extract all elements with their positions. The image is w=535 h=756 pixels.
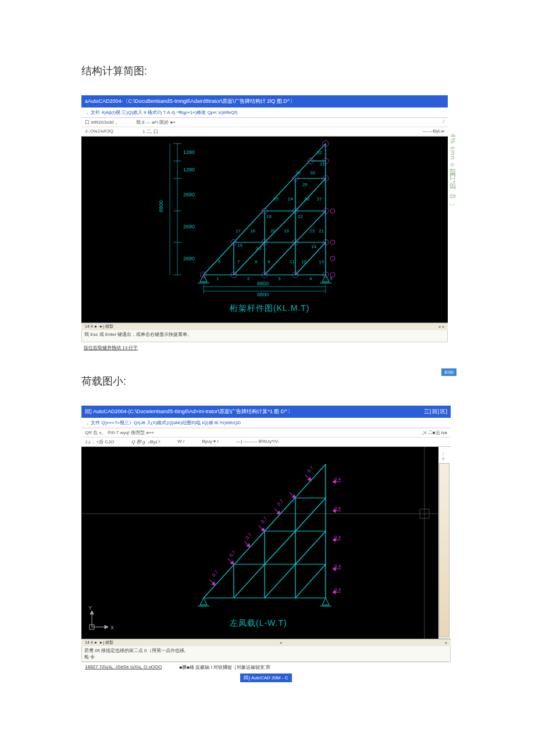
svg-text:27: 27: [317, 196, 322, 202]
svg-text:17: 17: [236, 228, 241, 234]
svg-text:X: X: [110, 625, 114, 630]
menu-bar-2[interactable]: ， 文件 Q)««<?>视三）QI)Jtt 入(X)格式(Q)IA¢)结图®)电…: [81, 418, 451, 428]
command-area-1[interactable]: 我 Esc 或 Enter 键退出，或单击右键显示快捷菜单。: [81, 330, 448, 342]
svg-text:2: 2: [247, 276, 250, 281]
svg-text:0.4: 0.4: [334, 476, 341, 482]
svg-line-101: [295, 531, 326, 564]
truss-drawing: 1280 1280 2680 8800 2680 2680: [81, 137, 448, 323]
layer2-c: W /: [177, 439, 184, 445]
toolbar-row-1[interactable]: 口 WR203x00， 我 8 — aFi 因於 ●» /: [81, 118, 448, 127]
window-title-2: AutoCAD2004-(C:\DocwientsandS-tting8\Ad>…: [93, 409, 293, 414]
status-bar-2: 18827 72¼¾, -ISeSe ¼X¼, O oOOO ■膜■格 反极轴 …: [81, 662, 451, 672]
dim-v-1: 1280: [183, 167, 195, 173]
svg-point-44: [330, 240, 335, 245]
side-palette-2[interactable]: ；？: [439, 447, 451, 639]
cad-window-1: aAutoCAD2004-〔C:\DocuBentsandS-tmng8\Ada…: [81, 95, 448, 351]
svg-line-97: [234, 564, 265, 598]
title-bar-2[interactable]: 回] AutoCAD2004-(C:\DocwientsandS-tting8\…: [81, 406, 451, 418]
svg-text:8800: 8800: [257, 292, 269, 298]
svg-text:4: 4: [309, 276, 312, 281]
svg-line-98: [265, 564, 295, 598]
scroll-arrows-1[interactable]: « »: [438, 325, 444, 329]
drawing-caption-2: 左凤载(L-W.T): [230, 618, 287, 628]
svg-text:0.4: 0.4: [334, 506, 341, 511]
dim-v-3: 8800: [158, 200, 164, 212]
svg-line-20: [295, 242, 326, 275]
window-title-1: aAutoCAD2004-〔C:\DocuBentsandS-tmng8\Ada…: [85, 98, 295, 105]
menu-items-2[interactable]: ， 文件 Q)««<?>视三）QI)Jtt 入(X)格式(Q)IA¢)结图®)电…: [85, 420, 241, 425]
toolbar2-left: QR 合 x。 ®/6·T wyq! 衡国型 a»«: [85, 429, 154, 436]
svg-line-19: [265, 242, 295, 275]
svg-text:23: 23: [309, 228, 315, 234]
toolbar-seg-c: /: [443, 119, 444, 126]
svg-line-99: [295, 564, 326, 598]
svg-text:19: 19: [284, 228, 289, 234]
svg-line-23: [295, 178, 326, 211]
svg-text:24: 24: [288, 196, 293, 202]
layer-row-2[interactable]: J.ɹ.，+后 CJO Q 部 g .:/ByL* W / Byuy ▾ r —…: [81, 438, 451, 447]
cad-canvas-1[interactable]: 1280 1280 2680 8800 2680 2680: [81, 137, 448, 323]
svg-text:25: 25: [273, 196, 279, 202]
toolbar-row-2[interactable]: QR 合 x。 ®/6·T wyq! 衡国型 a»« „V 二■总 isa: [81, 428, 451, 438]
svg-text:0.7: 0.7: [245, 532, 254, 541]
model-tabs-2[interactable]: 14 4 ► ►| 模型 « »: [81, 639, 451, 646]
svg-text:10: 10: [256, 246, 261, 251]
taskbar-button-2[interactable]: 回] AutcCAD 20M - C: [240, 673, 291, 682]
scroll-arrow-left-2[interactable]: «: [280, 641, 282, 645]
load-drawing: 0.7 0.7 0.7 0.7 0.7 0.7 0.4 0.4 0.4 0.4 …: [81, 447, 438, 639]
svg-text:12: 12: [301, 259, 306, 264]
dim-v-2: 2680: [183, 192, 195, 198]
svg-point-45: [330, 256, 335, 261]
toolbar-seg-a: 口 WR203x00，: [85, 119, 119, 126]
title-prefix-2: 回]: [85, 409, 92, 414]
svg-text:16: 16: [250, 228, 255, 234]
svg-line-100: [265, 531, 295, 564]
svg-text:8: 8: [255, 259, 258, 264]
svg-text:31: 31: [320, 162, 325, 167]
svg-text:9: 9: [268, 259, 270, 264]
svg-text:22: 22: [298, 214, 303, 219]
svg-point-43: [330, 209, 335, 213]
dim-v-4: 2680: [183, 224, 195, 230]
command-area-2[interactable]: 若煮 0fi 移描定也移的家二点 0（用第一点作也移, 检 令: [81, 646, 451, 662]
svg-text:0.7: 0.7: [229, 550, 237, 558]
svg-text:32: 32: [317, 150, 322, 155]
tab-strip-1[interactable]: 14 4 ► ►| 模型: [85, 324, 113, 329]
tab-strip-2[interactable]: 14 4 ► ►| 模型: [85, 640, 113, 646]
layer-row-1[interactable]: J-,O¾1¾K3Q 1 二, 口 —.—ByLw: [81, 127, 448, 137]
layer2-a: J.ɹ.，+后 CJO: [85, 439, 114, 445]
svg-text:3: 3: [278, 276, 281, 281]
side-annotation: 4% smn 部u 口 E的 * T 「「「 |」: [448, 134, 457, 256]
cad-canvas-2[interactable]: 0.7 0.7 0.7 0.7 0.7 0.7 0.4 0.4 0.4 0.4 …: [81, 447, 438, 639]
svg-text:11: 11: [290, 259, 295, 264]
layer2-d: Byuy ▾ r: [202, 439, 219, 445]
layer-a: J-,O¾1¾K3Q: [85, 128, 113, 135]
svg-text:18: 18: [266, 214, 272, 219]
title-bar-1[interactable]: aAutoCAD2004-〔C:\DocuBentsandS-tmng8\Ada…: [81, 95, 448, 108]
svg-text:5: 5: [330, 276, 333, 281]
svg-text:0.4: 0.4: [334, 535, 341, 540]
svg-text:15: 15: [237, 243, 242, 248]
svg-text:28: 28: [304, 196, 309, 202]
svg-text:0.7: 0.7: [276, 499, 285, 507]
window-buttons-2[interactable]: 三] 回] 区]: [424, 408, 447, 415]
svg-text:1: 1: [216, 276, 219, 281]
svg-text:30: 30: [310, 170, 315, 175]
svg-text:0.7: 0.7: [306, 465, 315, 474]
menu-bar-1[interactable]: ， 文衿 4)Aβ(I)视 三)Q)效入 9 格式©) T A d) ^ffiq…: [81, 108, 448, 118]
layer-c: —.—ByLw: [422, 128, 444, 135]
layer2-b: Q 部 g .:/ByL*: [131, 439, 160, 445]
dim-v-0: 1280: [183, 149, 195, 155]
toolbar-seg-b: 我 8 — aFi 因於 ●»: [136, 119, 176, 126]
footer-link-1: 按住拾取键并拖动 13 行于: [81, 342, 448, 351]
cmd-hint-1: 我 Esc 或 Enter 键退出，或单击右键显示快捷菜单。: [84, 332, 192, 337]
svg-text:14: 14: [311, 244, 316, 249]
svg-text:0.7: 0.7: [260, 516, 269, 525]
svg-line-102: [295, 498, 326, 531]
menu-items-1[interactable]: ， 文衿 4)Aβ(I)视 三)Q)效入 9 格式©) T A d) ^ffiq…: [85, 110, 237, 115]
svg-text:7: 7: [237, 259, 240, 264]
scroll-arrow-right-2[interactable]: »: [445, 641, 447, 645]
layer-b: 1 二, 口: [142, 128, 158, 135]
model-tabs-1[interactable]: 14 4 ► ►| 模型 « »: [81, 323, 448, 330]
svg-text:13: 13: [319, 259, 324, 264]
